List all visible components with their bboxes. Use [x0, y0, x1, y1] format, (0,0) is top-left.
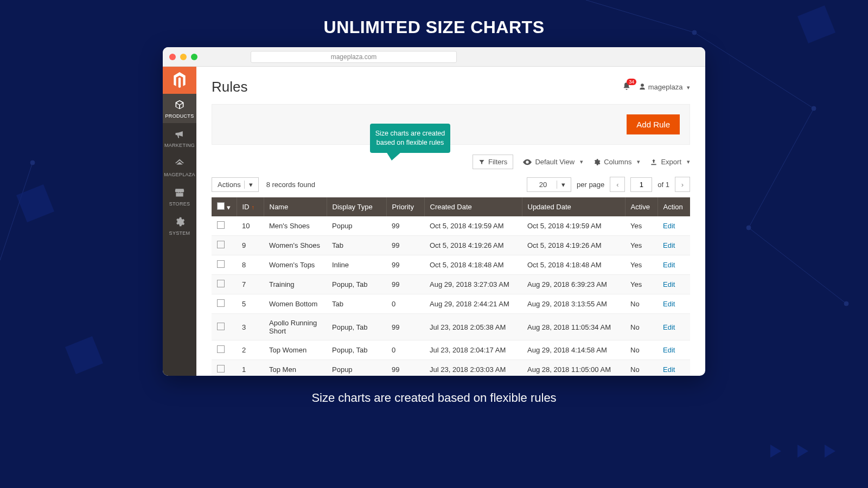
edit-link[interactable]: Edit — [663, 222, 675, 230]
add-rule-button[interactable]: Add Rule — [627, 114, 680, 134]
store-icon — [164, 187, 195, 199]
sidebar-item-marketing[interactable]: MARKETING — [163, 123, 196, 152]
svg-marker-13 — [770, 445, 781, 458]
cell-priority: 99 — [386, 275, 424, 294]
magento-logo[interactable] — [163, 67, 196, 94]
cell-created: Oct 5, 2018 4:19:26 AM — [424, 236, 522, 255]
table-row: 3Apollo Running ShortPopup, Tab99Jul 23,… — [212, 314, 690, 341]
window-close-dot[interactable] — [169, 54, 176, 60]
cell-name: Top Men — [264, 360, 327, 376]
megaphone-icon — [164, 129, 195, 140]
col-active[interactable]: Active — [625, 197, 658, 216]
row-checkbox[interactable] — [217, 221, 225, 229]
rules-table: ▾ ID Name Display Type Priority Created … — [212, 197, 690, 376]
prev-page-button[interactable]: ‹ — [610, 177, 625, 192]
row-checkbox[interactable] — [217, 241, 225, 248]
cell-name: Training — [264, 275, 327, 294]
view-switcher[interactable]: Default View — [523, 158, 583, 166]
cell-active: No — [625, 360, 658, 376]
columns-button[interactable]: Columns — [593, 158, 640, 166]
edit-link[interactable]: Edit — [663, 365, 675, 374]
funnel-icon — [478, 159, 485, 165]
cell-display: Popup, Tab — [327, 341, 386, 360]
row-checkbox[interactable] — [217, 260, 225, 268]
col-created[interactable]: Created Date — [424, 197, 522, 216]
window-max-dot[interactable] — [191, 54, 197, 60]
sidebar-item-mageplaza[interactable]: MAGEPLAZA — [163, 152, 196, 182]
url-bar[interactable]: mageplaza.com — [251, 51, 457, 63]
cell-created: Aug 29, 2018 3:27:03 AM — [424, 275, 522, 294]
bulk-actions-select[interactable]: Actions▾ — [212, 177, 259, 192]
col-updated[interactable]: Updated Date — [522, 197, 625, 216]
sidebar-item-products[interactable]: PRODUCTS — [163, 94, 196, 123]
sidebar-item-system[interactable]: SYSTEM — [163, 211, 196, 240]
page-input[interactable] — [631, 181, 652, 189]
svg-point-5 — [812, 106, 816, 111]
per-page-label: per page — [577, 181, 604, 189]
row-checkbox[interactable] — [217, 323, 225, 330]
page-total: of 1 — [658, 181, 669, 189]
cell-priority: 99 — [386, 216, 424, 236]
sidebar-item-label: MARKETING — [164, 143, 195, 148]
row-checkbox[interactable] — [217, 299, 225, 307]
table-row: 9Women's ShoesTab99Oct 5, 2018 4:19:26 A… — [212, 236, 690, 255]
cell-name: Women Bottom — [264, 294, 327, 314]
cell-updated: Aug 29, 2018 6:39:23 AM — [522, 275, 625, 294]
sidebar-item-label: PRODUCTS — [165, 113, 194, 119]
cell-active: Yes — [625, 236, 658, 255]
cell-updated: Aug 29, 2018 4:14:58 AM — [522, 341, 625, 360]
cell-display: Tab — [327, 236, 386, 255]
col-priority[interactable]: Priority — [386, 197, 424, 216]
window-min-dot[interactable] — [180, 54, 187, 60]
cell-id: 2 — [237, 341, 264, 360]
col-name[interactable]: Name — [264, 197, 327, 216]
notifications-button[interactable]: 34 — [622, 82, 631, 92]
cell-priority: 99 — [386, 255, 424, 275]
table-row: 8Women's TopsInline99Oct 5, 2018 4:18:48… — [212, 255, 690, 275]
row-checkbox[interactable] — [217, 280, 225, 287]
browser-chrome: mageplaza.com — [163, 47, 705, 67]
browser-window: mageplaza.com PRODUCTSMARKETINGMAGEPLAZA… — [163, 47, 705, 376]
user-name: mageplaza — [648, 83, 683, 91]
col-id[interactable]: ID — [237, 197, 264, 216]
cell-priority: 99 — [386, 360, 424, 376]
cell-created: Oct 5, 2018 4:18:48 AM — [424, 255, 522, 275]
edit-link[interactable]: Edit — [663, 280, 675, 288]
sidebar-item-stores[interactable]: STORES — [163, 182, 196, 211]
cell-name: Apollo Running Short — [264, 314, 327, 341]
edit-link[interactable]: Edit — [663, 346, 675, 354]
row-checkbox[interactable] — [217, 365, 225, 373]
notif-badge: 34 — [627, 79, 636, 85]
edit-link[interactable]: Edit — [663, 323, 675, 331]
cell-priority: 0 — [386, 294, 424, 314]
col-display[interactable]: Display Type — [327, 197, 386, 216]
cell-active: No — [625, 314, 658, 341]
next-page-button[interactable]: › — [675, 177, 690, 192]
export-button[interactable]: Export — [650, 158, 690, 166]
edit-link[interactable]: Edit — [663, 261, 675, 269]
filters-button[interactable]: Filters — [473, 155, 513, 169]
table-row: 1Top MenPopup99Jul 23, 2018 2:03:03 AMAu… — [212, 360, 690, 376]
records-count: 8 records found — [266, 181, 315, 189]
cell-id: 9 — [237, 236, 264, 255]
tooltip-callout: Size charts are created based on flexibl… — [370, 124, 450, 153]
cell-updated: Oct 5, 2018 4:19:26 AM — [522, 236, 625, 255]
row-checkbox[interactable] — [217, 345, 225, 353]
select-all-checkbox[interactable] — [217, 202, 225, 210]
cell-created: Jul 23, 2018 2:05:38 AM — [424, 314, 522, 341]
cell-id: 1 — [237, 360, 264, 376]
hero-subtitle: Size charts are created based on flexibl… — [0, 376, 868, 420]
edit-link[interactable]: Edit — [663, 241, 675, 249]
edit-link[interactable]: Edit — [663, 300, 675, 308]
cell-active: No — [625, 341, 658, 360]
page-title: Rules — [212, 79, 247, 95]
export-icon — [650, 158, 658, 166]
cell-updated: Oct 5, 2018 4:19:59 AM — [522, 216, 625, 236]
svg-marker-14 — [797, 445, 808, 458]
page-size-select[interactable]: 20▾ — [527, 177, 571, 192]
table-row: 10Men's ShoesPopup99Oct 5, 2018 4:19:59 … — [212, 216, 690, 236]
cell-display: Popup, Tab — [327, 314, 386, 341]
cell-active: No — [625, 294, 658, 314]
account-menu[interactable]: mageplaza — [639, 83, 690, 91]
cell-display: Popup — [327, 360, 386, 376]
